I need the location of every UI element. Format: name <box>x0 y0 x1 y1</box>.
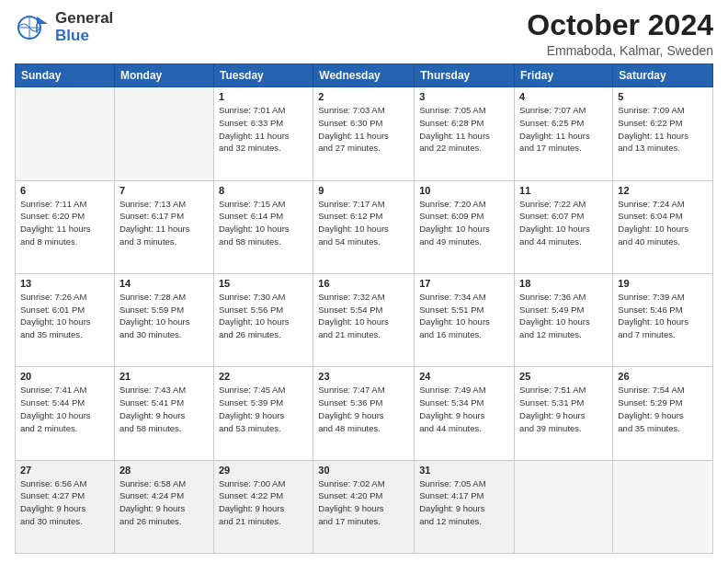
day-number: 31 <box>419 465 509 476</box>
calendar-cell: 25Sunrise: 7:51 AM Sunset: 5:31 PM Dayli… <box>515 367 613 460</box>
weekday-header-row: SundayMondayTuesdayWednesdayThursdayFrid… <box>16 64 713 87</box>
calendar-cell: 15Sunrise: 7:30 AM Sunset: 5:56 PM Dayli… <box>213 273 313 366</box>
day-info: Sunrise: 7:07 AM Sunset: 6:25 PM Dayligh… <box>519 104 608 155</box>
day-number: 8 <box>219 185 308 196</box>
calendar-cell: 3Sunrise: 7:05 AM Sunset: 6:28 PM Daylig… <box>415 87 515 180</box>
day-number: 26 <box>618 371 708 382</box>
calendar-cell: 26Sunrise: 7:54 AM Sunset: 5:29 PM Dayli… <box>613 367 713 460</box>
svg-marker-3 <box>37 17 48 24</box>
day-info: Sunrise: 7:24 AM Sunset: 6:04 PM Dayligh… <box>618 198 708 248</box>
calendar-cell: 23Sunrise: 7:47 AM Sunset: 5:36 PM Dayli… <box>313 367 415 460</box>
weekday-header-monday: Monday <box>114 64 213 87</box>
calendar-cell: 10Sunrise: 7:20 AM Sunset: 6:09 PM Dayli… <box>415 180 515 273</box>
calendar-cell: 9Sunrise: 7:17 AM Sunset: 6:12 PM Daylig… <box>313 180 415 273</box>
day-info: Sunrise: 7:17 AM Sunset: 6:12 PM Dayligh… <box>318 198 409 248</box>
day-info: Sunrise: 7:01 AM Sunset: 6:33 PM Dayligh… <box>219 104 308 155</box>
calendar-week-row: 6Sunrise: 7:11 AM Sunset: 6:20 PM Daylig… <box>16 180 713 273</box>
calendar-cell: 5Sunrise: 7:09 AM Sunset: 6:22 PM Daylig… <box>613 87 713 180</box>
calendar-cell: 11Sunrise: 7:22 AM Sunset: 6:07 PM Dayli… <box>515 180 613 273</box>
day-info: Sunrise: 7:30 AM Sunset: 5:56 PM Dayligh… <box>219 291 308 341</box>
day-number: 18 <box>519 278 608 289</box>
day-info: Sunrise: 7:28 AM Sunset: 5:59 PM Dayligh… <box>119 291 209 341</box>
calendar-cell: 6Sunrise: 7:11 AM Sunset: 6:20 PM Daylig… <box>16 180 115 273</box>
day-info: Sunrise: 7:41 AM Sunset: 5:44 PM Dayligh… <box>20 384 109 434</box>
calendar-cell <box>515 460 613 553</box>
page: General Blue October 2024 Emmaboda, Kalm… <box>0 0 728 563</box>
day-number: 28 <box>119 465 209 476</box>
day-info: Sunrise: 7:36 AM Sunset: 5:49 PM Dayligh… <box>519 291 608 341</box>
weekday-header-tuesday: Tuesday <box>213 64 313 87</box>
calendar-cell: 20Sunrise: 7:41 AM Sunset: 5:44 PM Dayli… <box>16 367 115 460</box>
day-info: Sunrise: 7:45 AM Sunset: 5:39 PM Dayligh… <box>219 384 308 434</box>
logo-name: General Blue <box>55 10 113 44</box>
calendar-cell <box>114 87 213 180</box>
calendar-cell <box>613 460 713 553</box>
svg-rect-4 <box>36 24 38 33</box>
day-info: Sunrise: 7:34 AM Sunset: 5:51 PM Dayligh… <box>419 291 509 341</box>
day-info: Sunrise: 7:43 AM Sunset: 5:41 PM Dayligh… <box>119 384 209 434</box>
calendar: SundayMondayTuesdayWednesdayThursdayFrid… <box>15 63 713 554</box>
logo-icon <box>15 9 51 46</box>
calendar-cell: 21Sunrise: 7:43 AM Sunset: 5:41 PM Dayli… <box>114 367 213 460</box>
calendar-cell: 13Sunrise: 7:26 AM Sunset: 6:01 PM Dayli… <box>16 273 115 366</box>
calendar-cell: 24Sunrise: 7:49 AM Sunset: 5:34 PM Dayli… <box>415 367 515 460</box>
day-number: 6 <box>20 185 109 196</box>
day-info: Sunrise: 7:49 AM Sunset: 5:34 PM Dayligh… <box>419 384 509 434</box>
day-info: Sunrise: 7:51 AM Sunset: 5:31 PM Dayligh… <box>519 384 608 434</box>
day-number: 25 <box>519 371 608 382</box>
day-number: 16 <box>318 278 409 289</box>
day-info: Sunrise: 7:02 AM Sunset: 4:20 PM Dayligh… <box>318 477 409 528</box>
day-info: Sunrise: 7:22 AM Sunset: 6:07 PM Dayligh… <box>519 198 608 248</box>
calendar-cell: 14Sunrise: 7:28 AM Sunset: 5:59 PM Dayli… <box>114 273 213 366</box>
day-info: Sunrise: 7:09 AM Sunset: 6:22 PM Dayligh… <box>618 104 708 155</box>
day-number: 14 <box>119 278 209 289</box>
day-number: 27 <box>20 465 109 476</box>
calendar-cell: 4Sunrise: 7:07 AM Sunset: 6:25 PM Daylig… <box>515 87 613 180</box>
calendar-cell: 18Sunrise: 7:36 AM Sunset: 5:49 PM Dayli… <box>515 273 613 366</box>
day-number: 11 <box>519 185 608 196</box>
day-number: 15 <box>219 278 308 289</box>
day-number: 7 <box>119 185 209 196</box>
day-info: Sunrise: 7:11 AM Sunset: 6:20 PM Dayligh… <box>20 198 109 248</box>
day-info: Sunrise: 7:54 AM Sunset: 5:29 PM Dayligh… <box>618 384 708 434</box>
day-info: Sunrise: 7:47 AM Sunset: 5:36 PM Dayligh… <box>318 384 409 434</box>
day-number: 20 <box>20 371 109 382</box>
calendar-cell <box>16 87 115 180</box>
day-number: 9 <box>318 185 409 196</box>
calendar-week-row: 13Sunrise: 7:26 AM Sunset: 6:01 PM Dayli… <box>16 273 713 366</box>
day-info: Sunrise: 7:00 AM Sunset: 4:22 PM Dayligh… <box>219 477 308 528</box>
day-number: 3 <box>419 91 509 102</box>
day-info: Sunrise: 7:20 AM Sunset: 6:09 PM Dayligh… <box>419 198 509 248</box>
day-number: 22 <box>219 371 308 382</box>
day-number: 2 <box>318 91 409 102</box>
day-number: 23 <box>318 371 409 382</box>
day-number: 21 <box>119 371 209 382</box>
day-number: 30 <box>318 465 409 476</box>
calendar-cell: 12Sunrise: 7:24 AM Sunset: 6:04 PM Dayli… <box>613 180 713 273</box>
calendar-cell: 30Sunrise: 7:02 AM Sunset: 4:20 PM Dayli… <box>313 460 415 553</box>
day-number: 4 <box>519 91 608 102</box>
calendar-cell: 16Sunrise: 7:32 AM Sunset: 5:54 PM Dayli… <box>313 273 415 366</box>
day-info: Sunrise: 7:15 AM Sunset: 6:14 PM Dayligh… <box>219 198 308 248</box>
calendar-week-row: 20Sunrise: 7:41 AM Sunset: 5:44 PM Dayli… <box>16 367 713 460</box>
calendar-cell: 8Sunrise: 7:15 AM Sunset: 6:14 PM Daylig… <box>213 180 313 273</box>
calendar-cell: 2Sunrise: 7:03 AM Sunset: 6:30 PM Daylig… <box>313 87 415 180</box>
calendar-week-row: 27Sunrise: 6:56 AM Sunset: 4:27 PM Dayli… <box>16 460 713 553</box>
day-number: 13 <box>20 278 109 289</box>
calendar-cell: 31Sunrise: 7:05 AM Sunset: 4:17 PM Dayli… <box>415 460 515 553</box>
day-info: Sunrise: 7:39 AM Sunset: 5:46 PM Dayligh… <box>618 291 708 341</box>
calendar-cell: 1Sunrise: 7:01 AM Sunset: 6:33 PM Daylig… <box>213 87 313 180</box>
logo-blue-text: Blue <box>55 28 113 45</box>
day-number: 1 <box>219 91 308 102</box>
day-info: Sunrise: 6:56 AM Sunset: 4:27 PM Dayligh… <box>20 477 109 528</box>
calendar-cell: 22Sunrise: 7:45 AM Sunset: 5:39 PM Dayli… <box>213 367 313 460</box>
day-number: 19 <box>618 278 708 289</box>
title-area: October 2024 Emmaboda, Kalmar, Sweden <box>527 9 713 58</box>
day-info: Sunrise: 7:13 AM Sunset: 6:17 PM Dayligh… <box>119 198 209 248</box>
day-info: Sunrise: 7:05 AM Sunset: 4:17 PM Dayligh… <box>419 477 509 528</box>
weekday-header-saturday: Saturday <box>613 64 713 87</box>
day-number: 29 <box>219 465 308 476</box>
month-title: October 2024 <box>527 9 713 41</box>
calendar-cell: 27Sunrise: 6:56 AM Sunset: 4:27 PM Dayli… <box>16 460 115 553</box>
day-number: 12 <box>618 185 708 196</box>
